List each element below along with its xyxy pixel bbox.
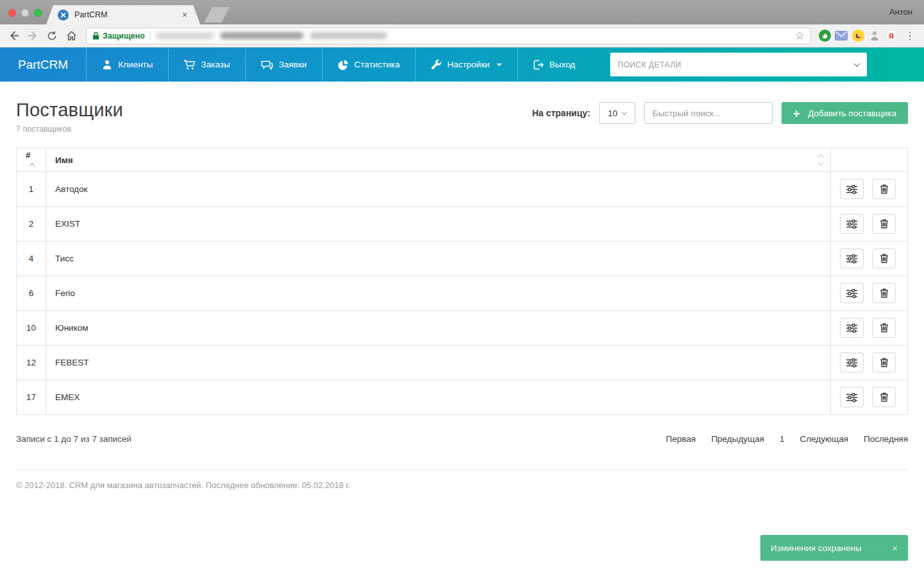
suppliers-table: # Имя 1 Автодок 2 EXIST: [16, 148, 908, 415]
extension-thumbsup-icon[interactable]: [817, 29, 832, 43]
edit-supplier-button[interactable]: [840, 249, 864, 268]
column-header-name[interactable]: Имя: [46, 148, 831, 172]
column-header-actions: [831, 148, 908, 172]
sliders-icon: [846, 254, 857, 263]
tab-title: PartCRM: [74, 10, 181, 19]
home-icon[interactable]: [63, 28, 80, 44]
sliders-icon: [846, 220, 857, 229]
bookmark-star-icon[interactable]: ☆: [795, 30, 805, 41]
forward-icon[interactable]: [24, 28, 41, 44]
edit-supplier-button[interactable]: [840, 214, 864, 234]
secure-indicator[interactable]: Защищено: [92, 31, 145, 40]
pagination-prev[interactable]: Предыдущая: [711, 434, 764, 444]
app-navbar: PartCRM Клиенты Заказы Заявки Статистика: [0, 48, 924, 82]
table-row: 2 EXIST: [17, 207, 908, 241]
sliders-icon: [846, 185, 857, 194]
trash-icon: [880, 254, 889, 263]
address-bar[interactable]: Защищено ☆: [86, 28, 811, 44]
trash-icon: [880, 323, 889, 333]
edit-supplier-button[interactable]: [840, 353, 864, 372]
table-row: 12 FEBEST: [17, 346, 908, 380]
nav-item-orders[interactable]: Заказы: [168, 48, 245, 82]
table-controls: На страницу: 10 + Добавить поставщика: [532, 102, 908, 124]
copyright-text: © 2012-2018. CRM для магазина автозапчас…: [16, 480, 908, 509]
part-search-box[interactable]: [610, 53, 867, 76]
close-window-button[interactable]: [8, 9, 16, 17]
edit-supplier-button[interactable]: [840, 283, 864, 303]
extension-yandex-icon[interactable]: Я: [884, 29, 898, 43]
nav-item-label: Заказы: [201, 60, 230, 69]
delete-supplier-button[interactable]: [872, 387, 896, 407]
tab-close-icon[interactable]: ×: [181, 10, 189, 20]
chevron-down-icon: [497, 64, 502, 66]
trash-icon: [880, 288, 889, 298]
supplier-id: 10: [17, 311, 46, 346]
supplier-id: 17: [17, 380, 46, 415]
browser-toolbar: Защищено ☆: [0, 24, 924, 48]
trash-icon: [880, 184, 889, 194]
records-summary: Записи с 1 до 7 из 7 записей: [16, 434, 132, 444]
supplier-name: EMEX: [46, 380, 831, 415]
pagination-last[interactable]: Последняя: [864, 434, 908, 444]
supplier-id: 12: [17, 346, 46, 380]
minimize-window-button[interactable]: [21, 9, 29, 17]
sliders-icon: [846, 289, 857, 298]
chevron-down-icon: [622, 109, 627, 114]
pie-chart-icon: [338, 60, 348, 70]
table-row: 10 Юником: [17, 311, 908, 346]
pagination-current-page[interactable]: 1: [780, 434, 785, 444]
extension-mail-icon[interactable]: [834, 29, 848, 43]
new-tab-button[interactable]: [204, 7, 230, 22]
delete-supplier-button[interactable]: [872, 214, 896, 234]
nav-item-clients[interactable]: Клиенты: [86, 48, 168, 82]
nav-item-settings[interactable]: Настройки: [415, 48, 517, 82]
sort-both-icon: [819, 155, 823, 165]
browser-profile-name: Антон: [889, 7, 912, 17]
delete-supplier-button[interactable]: [872, 283, 896, 303]
delete-supplier-button[interactable]: [872, 353, 896, 372]
zoom-window-button[interactable]: [34, 9, 42, 17]
column-header-number[interactable]: #: [17, 148, 46, 172]
nav-item-label: Статистика: [354, 60, 400, 69]
quick-search-input[interactable]: [644, 102, 773, 124]
delete-supplier-button[interactable]: [872, 179, 896, 199]
supplier-name: Автодок: [46, 172, 831, 207]
partcrm-favicon-icon: [58, 10, 69, 21]
per-page-select[interactable]: 10: [599, 102, 635, 124]
url-separator: [150, 31, 151, 41]
add-supplier-label: Добавить поставщика: [808, 109, 896, 118]
suppliers-count: 7 поставщиков: [16, 125, 123, 134]
part-search-input[interactable]: [618, 60, 855, 69]
nav-item-logout[interactable]: Выход: [517, 48, 590, 82]
pagination-next[interactable]: Следующая: [800, 434, 848, 444]
nav-item-statistics[interactable]: Статистика: [322, 48, 415, 82]
edit-supplier-button[interactable]: [840, 179, 864, 199]
page-header: Поставщики 7 поставщиков На страницу: 10…: [16, 100, 908, 134]
pagination-first[interactable]: Первая: [666, 434, 696, 444]
edit-supplier-button[interactable]: [840, 318, 864, 338]
reload-icon[interactable]: [44, 28, 60, 44]
main-content: Поставщики 7 поставщиков На страницу: 10…: [0, 100, 924, 509]
nav-item-requests[interactable]: Заявки: [245, 48, 322, 82]
chat-icon: [261, 60, 273, 70]
browser-titlebar: PartCRM × Антон: [0, 0, 924, 24]
brand-logo[interactable]: PartCRM: [0, 48, 86, 82]
per-page-value: 10: [608, 109, 617, 118]
supplier-id: 2: [17, 207, 46, 241]
back-icon[interactable]: [5, 28, 22, 44]
chevron-down-icon[interactable]: [853, 60, 860, 67]
toast-close-icon[interactable]: ×: [892, 543, 898, 554]
delete-supplier-button[interactable]: [872, 249, 896, 268]
table-row: 17 EMEX: [17, 380, 908, 415]
table-row: 1 Автодок: [17, 172, 908, 207]
add-supplier-button[interactable]: + Добавить поставщика: [782, 102, 908, 124]
extension-moon-icon[interactable]: [851, 29, 865, 43]
trash-icon: [880, 219, 889, 229]
extension-avatar-icon[interactable]: [868, 29, 882, 43]
browser-menu-icon[interactable]: ⋮: [901, 30, 919, 42]
edit-supplier-button[interactable]: [840, 387, 864, 407]
sort-asc-icon: [30, 163, 35, 168]
delete-supplier-button[interactable]: [872, 318, 896, 338]
toast-notification: Изминения сохранены ×: [760, 535, 908, 561]
browser-tab[interactable]: PartCRM ×: [46, 5, 200, 24]
